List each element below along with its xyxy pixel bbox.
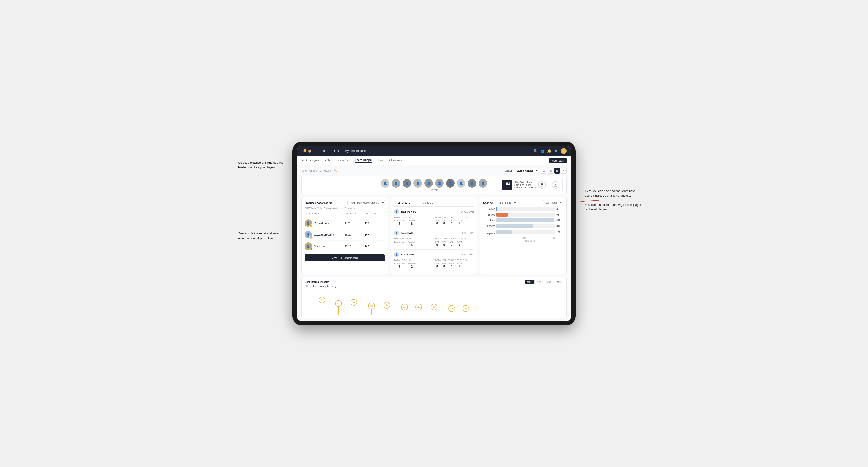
player-avatar[interactable]: 👤 — [435, 179, 444, 187]
streaks-subtitle: Off The Tee, Fairway Accuracy — [305, 285, 563, 287]
app-col: APP 0 — [442, 241, 446, 247]
player-thumb: 👤 2 — [305, 231, 312, 239]
bar-value: 499 — [556, 219, 563, 222]
nav-link-teams[interactable]: Teams — [332, 149, 340, 153]
activity-stats: Total Rounds Tournament 7 Practice — [394, 259, 474, 269]
streak-btn-arg[interactable]: ARG — [544, 280, 553, 284]
tab-least-active[interactable]: Least Active — [416, 200, 437, 206]
streak-pin: 4x — [401, 304, 408, 315]
player-score: 17/20 — [345, 245, 365, 248]
activity-date: 02 Sep 2023 — [461, 232, 474, 235]
scoring-par-filter[interactable]: Par 3, 4 & 5s — [495, 200, 517, 205]
players-wrapper: 👤 👤 👤 👤 👤 👤 👤 👤 👤 👤 Players — [381, 179, 487, 191]
activity-player: 👤 Josh Coles — [394, 252, 414, 257]
sub-nav-pga[interactable]: PGA — [325, 159, 331, 162]
table-row: 👤 3 Cameron... 17/20 103 — [305, 241, 385, 252]
chart-x-axis: 0 200 400 — [496, 237, 555, 239]
nav-links: Home Teams My Performance — [319, 149, 528, 153]
nav-link-performance[interactable]: My Performance — [345, 149, 366, 153]
bar-track — [496, 213, 555, 217]
bar-value: 311 — [556, 225, 563, 227]
tab-most-active[interactable]: Most Active — [394, 200, 416, 206]
card-view-icon[interactable]: ▦ — [554, 168, 560, 174]
practice-values: OTT 0 APP 0 ARG — [435, 262, 474, 268]
scoring-player-filter[interactable]: All Players — [543, 200, 563, 205]
bar-fill — [496, 213, 507, 217]
view-full-leaderboard-button[interactable]: View Full Leaderboard — [305, 254, 385, 261]
streak-pin: 3x — [448, 305, 455, 315]
tournament-col: Tournament 7 — [394, 262, 405, 269]
streaks-btns: OTT APP ARG PUTT — [525, 280, 563, 284]
add-team-button[interactable]: Add Team — [549, 158, 566, 163]
streak-pin-circle: 3x — [448, 305, 455, 312]
player-avg: 103 — [365, 245, 385, 248]
list-view-icon[interactable]: ≡ — [561, 168, 566, 174]
player-avatar[interactable]: 👤 — [392, 179, 400, 187]
practice-col: Practice 2 — [408, 262, 415, 269]
activity-item: 👤 Rees Britt 02 Sep 2023 Total Rounds — [394, 230, 474, 250]
users-icon[interactable]: 👥 — [540, 149, 545, 153]
sub-nav-team-clippd[interactable]: Team Clippd — [355, 158, 372, 163]
activity-avatar: 👤 — [394, 209, 399, 214]
streak-pin-circle: 7x — [319, 297, 325, 303]
leaderboard-subtitle: PUTT Must Make Putting (3-6 ft), Last 3 … — [305, 207, 385, 210]
streak-pin-circle: 4x — [415, 304, 422, 310]
sub-nav: PGAT Players PGA Hcaps 1-5 Team Clippd T… — [297, 156, 571, 165]
player-avatar[interactable]: 👤 — [381, 179, 390, 187]
settings-icon[interactable]: ⚙️ — [554, 149, 558, 153]
player-avatar[interactable]: 👤 — [424, 179, 433, 187]
search-icon[interactable]: 🔍 — [533, 149, 537, 153]
annotation-right: Here you can see how the team have score… — [585, 189, 642, 212]
streak-btn-ott[interactable]: OTT — [525, 280, 533, 284]
activity-tabs: Most Active Least Active — [394, 200, 474, 207]
activity-avatar: 👤 — [394, 230, 399, 236]
streaks-chart: 7x 6x 6x — [309, 289, 563, 315]
streak-btn-app[interactable]: APP — [534, 280, 543, 284]
player-avatar[interactable]: 👤 — [446, 179, 455, 187]
player-avatar[interactable]: 👤 — [413, 179, 422, 187]
shot-badge: 198 SG — [502, 180, 512, 190]
arg-col: ARG 0 — [449, 262, 454, 268]
nav-logo: clippd — [302, 149, 314, 153]
table-row: 👤 2 Edward Crossman 18/20 107 — [305, 229, 385, 241]
bar-label: Birdies — [483, 214, 495, 216]
practice-activities-group: Total Practice Activities OTT 0 APP — [435, 216, 474, 225]
nav-link-home[interactable]: Home — [319, 149, 327, 153]
sub-nav-tour[interactable]: Tour — [377, 159, 383, 162]
bar-track — [496, 224, 555, 228]
putt-col: PUTT 1 — [457, 262, 462, 268]
shot-circle-2: 0 yds — [552, 181, 559, 189]
streak-pin-line — [434, 310, 434, 315]
total-rounds-group: Total Rounds Tournament 7 Practice — [394, 216, 433, 225]
player-avatar[interactable]: 👤 — [457, 179, 465, 187]
app-col: APP 0 — [442, 262, 446, 268]
bar-value: 96 — [556, 214, 563, 216]
player-avatar[interactable]: 👤 — [468, 179, 476, 187]
leaderboard-filter[interactable]: PUTT Must Make Putting... — [347, 200, 385, 205]
user-avatar[interactable]: U — [561, 148, 566, 154]
bar-label: Eagles — [483, 208, 495, 210]
bar-value: 3 — [556, 208, 563, 210]
sub-nav-hcaps[interactable]: Hcaps 1-5 — [336, 159, 349, 162]
bar-fill — [496, 224, 533, 228]
bar-track — [496, 207, 555, 211]
player-avatar[interactable]: 👤 — [478, 179, 487, 187]
grid-view-icon[interactable]: ⊞ — [541, 168, 547, 174]
annotation-top-left: Select a practice drill and see the lead… — [238, 160, 285, 169]
streak-btn-putt[interactable]: PUTT — [554, 280, 564, 284]
rounds-values: Tournament 7 Practice 6 — [394, 219, 433, 225]
streaks-card: Best Round Streaks OTT APP ARG PUTT Off … — [302, 277, 566, 318]
show-select[interactable]: Last 3 months — [514, 168, 539, 173]
player-avatar[interactable]: 👤 — [403, 179, 411, 187]
sub-nav-pgat[interactable]: PGAT Players — [302, 159, 319, 162]
activity-item-header: 👤 Blair McHarg 26 Aug 2023 — [394, 209, 474, 214]
sub-nav-all-players[interactable]: All Players — [389, 159, 402, 162]
activity-date: 26 Aug 2023 — [461, 253, 474, 256]
bell-icon[interactable]: 🔔 — [547, 149, 551, 153]
bar-fill — [496, 218, 554, 222]
table-view-icon[interactable]: ▤ — [548, 168, 553, 174]
player-thumb: 👤 1 — [305, 219, 312, 227]
scoring-header: Scoring Par 3, 4 & 5s All Players — [483, 200, 563, 205]
edit-icon[interactable]: ✏️ — [334, 169, 337, 173]
shot-circle-1: 16 yds — [538, 181, 546, 189]
